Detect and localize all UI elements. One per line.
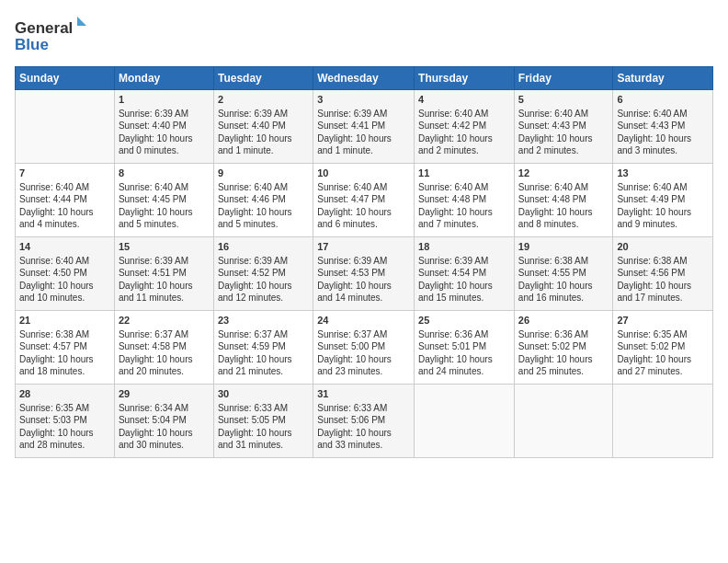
day-number: 26 <box>518 314 609 327</box>
day-info: Sunrise: 6:39 AM <box>119 255 210 268</box>
day-info: Daylight: 10 hours <box>119 353 210 366</box>
day-info: Sunrise: 6:38 AM <box>617 255 709 268</box>
day-info: Sunrise: 6:39 AM <box>119 108 210 121</box>
day-info: Sunrise: 6:37 AM <box>317 328 410 341</box>
day-info: Sunrise: 6:40 AM <box>418 108 510 121</box>
column-header-friday: Friday <box>514 67 613 90</box>
day-info: Daylight: 10 hours <box>518 206 609 219</box>
day-info: and 33 minutes. <box>317 439 410 452</box>
day-cell: 2Sunrise: 6:39 AMSunset: 4:40 PMDaylight… <box>213 90 313 164</box>
day-info: Sunset: 4:56 PM <box>617 267 709 280</box>
day-info: Sunset: 4:44 PM <box>19 193 110 206</box>
day-info: and 3 minutes. <box>617 144 709 157</box>
day-info: and 11 minutes. <box>119 292 210 304</box>
day-info: Sunrise: 6:39 AM <box>317 255 410 268</box>
day-cell: 19Sunrise: 6:38 AMSunset: 4:55 PMDayligh… <box>514 237 613 311</box>
week-row-3: 14Sunrise: 6:40 AMSunset: 4:50 PMDayligh… <box>16 237 713 311</box>
day-info: and 27 minutes. <box>617 365 709 378</box>
day-info: Sunset: 5:06 PM <box>317 414 410 427</box>
day-cell: 28Sunrise: 6:35 AMSunset: 5:03 PMDayligh… <box>16 385 115 458</box>
day-info: Daylight: 10 hours <box>418 206 510 219</box>
day-info: and 14 minutes. <box>317 292 410 304</box>
day-info: Sunset: 4:59 PM <box>218 340 309 353</box>
day-info: Sunset: 5:03 PM <box>19 414 110 427</box>
day-cell: 7Sunrise: 6:40 AMSunset: 4:44 PMDaylight… <box>16 164 115 237</box>
day-cell: 12Sunrise: 6:40 AMSunset: 4:48 PMDayligh… <box>514 164 613 237</box>
day-info: Sunset: 4:50 PM <box>19 267 110 280</box>
week-row-4: 21Sunrise: 6:38 AMSunset: 4:57 PMDayligh… <box>16 311 713 385</box>
day-info: Sunrise: 6:35 AM <box>617 328 709 341</box>
day-info: Sunrise: 6:40 AM <box>518 108 609 121</box>
day-number: 17 <box>317 240 410 254</box>
day-cell: 25Sunrise: 6:36 AMSunset: 5:01 PMDayligh… <box>415 311 515 385</box>
week-row-5: 28Sunrise: 6:35 AMSunset: 5:03 PMDayligh… <box>16 385 713 458</box>
day-cell <box>16 90 115 164</box>
day-info: and 2 minutes. <box>518 144 609 157</box>
day-number: 19 <box>518 240 609 254</box>
day-number: 1 <box>119 93 210 107</box>
day-info: and 5 minutes. <box>218 218 309 231</box>
day-info: Daylight: 10 hours <box>617 206 709 219</box>
day-number: 8 <box>119 167 210 180</box>
day-info: Daylight: 10 hours <box>218 280 309 293</box>
day-info: Daylight: 10 hours <box>19 206 110 219</box>
day-info: Sunset: 4:43 PM <box>518 120 609 132</box>
logo: GeneralBlue <box>15 15 97 55</box>
day-number: 7 <box>19 167 110 180</box>
day-cell <box>514 385 613 458</box>
day-info: Sunrise: 6:39 AM <box>418 255 510 268</box>
day-info: and 16 minutes. <box>518 292 609 304</box>
day-number: 22 <box>119 314 210 327</box>
day-cell: 17Sunrise: 6:39 AMSunset: 4:53 PMDayligh… <box>313 237 415 311</box>
page-container: GeneralBlue SundayMondayTuesdayWednesday… <box>0 0 728 465</box>
header: GeneralBlue <box>15 15 713 55</box>
day-info: and 0 minutes. <box>119 144 210 157</box>
day-info: Daylight: 10 hours <box>19 353 110 366</box>
day-cell: 11Sunrise: 6:40 AMSunset: 4:48 PMDayligh… <box>415 164 515 237</box>
day-number: 28 <box>19 387 110 401</box>
day-info: Daylight: 10 hours <box>218 427 309 440</box>
day-cell: 26Sunrise: 6:36 AMSunset: 5:02 PMDayligh… <box>514 311 613 385</box>
day-info: and 4 minutes. <box>19 218 110 231</box>
day-number: 14 <box>19 240 110 254</box>
day-info: Daylight: 10 hours <box>418 353 510 366</box>
day-info: Sunset: 5:01 PM <box>418 340 510 353</box>
column-header-monday: Monday <box>114 67 213 90</box>
day-info: and 1 minute. <box>317 144 410 157</box>
day-info: and 6 minutes. <box>317 218 410 231</box>
day-cell: 8Sunrise: 6:40 AMSunset: 4:45 PMDaylight… <box>114 164 213 237</box>
day-info: Sunrise: 6:37 AM <box>218 328 309 341</box>
svg-text:Blue: Blue <box>15 36 49 53</box>
day-number: 12 <box>518 167 609 180</box>
day-info: Sunset: 4:58 PM <box>119 340 210 353</box>
day-info: and 23 minutes. <box>317 365 410 378</box>
column-header-thursday: Thursday <box>415 67 515 90</box>
day-cell: 5Sunrise: 6:40 AMSunset: 4:43 PMDaylight… <box>514 90 613 164</box>
day-number: 9 <box>218 167 309 180</box>
column-header-saturday: Saturday <box>613 67 713 90</box>
day-info: Sunset: 4:49 PM <box>617 193 709 206</box>
column-header-tuesday: Tuesday <box>213 67 313 90</box>
day-info: and 20 minutes. <box>119 365 210 378</box>
day-info: and 12 minutes. <box>218 292 309 304</box>
day-info: Sunset: 4:55 PM <box>518 267 609 280</box>
day-info: and 25 minutes. <box>518 365 609 378</box>
day-cell: 22Sunrise: 6:37 AMSunset: 4:58 PMDayligh… <box>114 311 213 385</box>
day-cell: 18Sunrise: 6:39 AMSunset: 4:54 PMDayligh… <box>415 237 515 311</box>
day-number: 4 <box>418 93 510 107</box>
day-info: Daylight: 10 hours <box>418 132 510 145</box>
day-cell: 29Sunrise: 6:34 AMSunset: 5:04 PMDayligh… <box>114 385 213 458</box>
day-info: Sunset: 4:45 PM <box>119 193 210 206</box>
day-info: and 17 minutes. <box>617 292 709 304</box>
day-info: and 7 minutes. <box>418 218 510 231</box>
day-cell: 30Sunrise: 6:33 AMSunset: 5:05 PMDayligh… <box>213 385 313 458</box>
day-info: Daylight: 10 hours <box>617 280 709 293</box>
column-header-wednesday: Wednesday <box>313 67 415 90</box>
day-info: and 5 minutes. <box>119 218 210 231</box>
day-info: and 2 minutes. <box>418 144 510 157</box>
day-info: Daylight: 10 hours <box>317 132 410 145</box>
day-info: and 30 minutes. <box>119 439 210 452</box>
day-info: and 18 minutes. <box>19 365 110 378</box>
calendar-table: SundayMondayTuesdayWednesdayThursdayFrid… <box>15 66 713 458</box>
day-info: Sunrise: 6:40 AM <box>317 181 410 194</box>
